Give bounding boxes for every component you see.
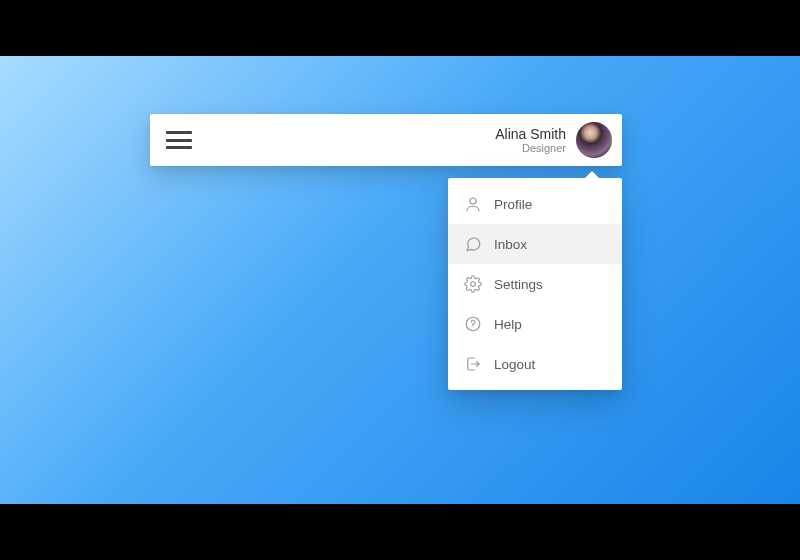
svg-point-0	[470, 198, 476, 204]
menu-item-settings[interactable]: Settings	[448, 264, 622, 304]
user-dropdown-menu: Profile Inbox Settings	[448, 178, 622, 390]
menu-item-label: Profile	[494, 197, 532, 212]
user-icon	[464, 195, 482, 213]
menu-item-help[interactable]: Help	[448, 304, 622, 344]
menu-item-inbox[interactable]: Inbox	[448, 224, 622, 264]
user-role: Designer	[495, 142, 566, 155]
avatar	[576, 122, 612, 158]
user-menu-trigger[interactable]: Alina Smith Designer	[495, 122, 612, 158]
top-bar: Alina Smith Designer	[150, 114, 622, 166]
menu-item-label: Logout	[494, 357, 535, 372]
help-icon	[464, 315, 482, 333]
menu-item-profile[interactable]: Profile	[448, 184, 622, 224]
letterbox-bottom	[0, 504, 800, 560]
menu-item-label: Inbox	[494, 237, 527, 252]
svg-point-3	[473, 327, 474, 328]
menu-item-logout[interactable]: Logout	[448, 344, 622, 384]
hamburger-menu-button[interactable]	[166, 131, 192, 149]
menu-item-label: Help	[494, 317, 522, 332]
gear-icon	[464, 275, 482, 293]
logout-icon	[464, 355, 482, 373]
hamburger-line	[166, 131, 192, 134]
menu-item-label: Settings	[494, 277, 543, 292]
user-name: Alina Smith	[495, 126, 566, 142]
app-stage: Alina Smith Designer Profile Inbox	[0, 56, 800, 504]
hamburger-line	[166, 146, 192, 149]
svg-point-1	[471, 282, 476, 287]
hamburger-line	[166, 139, 192, 142]
chat-icon	[464, 235, 482, 253]
user-text-block: Alina Smith Designer	[495, 126, 566, 155]
letterbox-top	[0, 0, 800, 56]
